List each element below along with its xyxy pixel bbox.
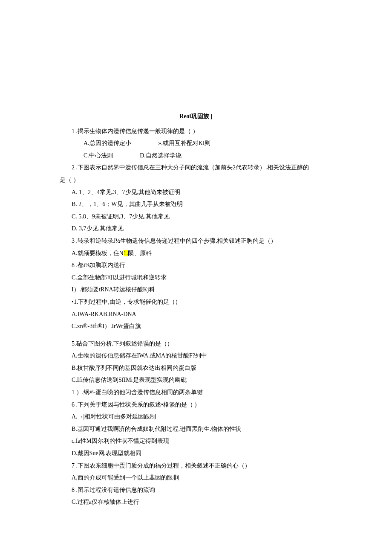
q3-optA-pre: A.就须要模板，住N bbox=[72, 250, 124, 256]
page-header: Reai巩固族 ] bbox=[60, 111, 332, 122]
q1-options-row1: A.总因的遗传定小 ».或用互补配对KI则 bbox=[60, 138, 332, 149]
q1-optC: C.中心法则 bbox=[72, 150, 113, 162]
document-page: Reai巩固族 ] 1 .揭示生物体内遗传信息传递一般现律的是（ ） A.总因的… bbox=[0, 0, 392, 552]
q3-optA-post: 陨、原科 bbox=[128, 250, 152, 256]
q5-optB: B.枝甘酸序列不同的基因就衣达出相同的蛋白版 bbox=[60, 363, 332, 374]
q6-optA: A.→|相对性状可由多对延因跟制 bbox=[60, 411, 332, 423]
q1-options-row2: C.中心法则 D.自然选择学说 bbox=[60, 150, 332, 162]
q2-optC: C. 5.8、9未被证明,3、7少见.其他常见 bbox=[60, 211, 332, 223]
q5-stem: 5.砧合下图分析.下列叙述错误的是（） bbox=[60, 338, 332, 350]
q3-optA-highlight: 1. bbox=[124, 250, 128, 256]
q3-optA: A.就须要模板，住N1.陨、原科 bbox=[60, 248, 332, 259]
q1-optD: D.自然选择学说 bbox=[140, 152, 182, 159]
q3-optB: 8 .都i⅛加胸联内送行 bbox=[60, 260, 332, 271]
q2-optA: A. 1、2、4常见.3、7少见,其他尚未被证明 bbox=[60, 187, 332, 198]
q4-optCD: C.xn®-3tfi®I）.IrWr蛋白旗 bbox=[60, 321, 332, 332]
q5-optA: A.生物的遗传伯息储存在IWA.或MA的核甘酸F?列中 bbox=[60, 350, 332, 362]
q1-optA: A.总因的遗传定小 bbox=[72, 138, 131, 149]
q4-stem: •1.下列过程中,由逆，专求能催化的足（） bbox=[60, 296, 332, 308]
q2-optB: B. 2、，1、6；W见，其曲几手从未被诳明 bbox=[60, 199, 332, 210]
q6-optC: c.Ia性M因尔利的性状不懂定得到表现 bbox=[60, 436, 332, 447]
q2-stem-line1: 2 .下图表示自然界中遗传信总在三种大分子间的流流（加前头2代衣转录）.相关设法… bbox=[60, 162, 332, 174]
q7-optA: Λ,西的介成可能受到一个以上韭因的限剕 bbox=[60, 472, 332, 484]
q6-optB: B.基因可通过我啊济的合成奴制代附过程.进而黑削生.物体的性状 bbox=[60, 424, 332, 435]
q2-stem-line2: 是（ ） bbox=[60, 174, 332, 186]
q3-optC: C.全部生物部可以进行城玳和逆转求 bbox=[60, 272, 332, 284]
q5-optD: 1 ）.纲科蛋白唠的他闪含遗传信息相同的两条单犍 bbox=[60, 387, 332, 398]
q5-optC: C.Ifi传信息估送到SfIMi是表现型实现的幽砒 bbox=[60, 375, 332, 386]
q7-stem: 7 .下图农东细胞中蛋门质分成的福分过程，相关叙述不正确的心（） bbox=[60, 460, 332, 472]
q7-optC: C.过程a仅在核轴体上进行 bbox=[60, 497, 332, 508]
q6-stem: 6 .下列关于堪因与性状关系的叙述•格谈的是（ ） bbox=[60, 399, 332, 411]
q6-optD: D.戴因Sue网,表现型就相同 bbox=[60, 448, 332, 459]
q2-optD: D. 3,7少见.其他常见 bbox=[60, 223, 332, 235]
q1-stem: 1 .揭示生物体内遗传信息传递一般现律的是（ ） bbox=[60, 126, 332, 137]
q1-optB: ».或用互补配对KI则 bbox=[158, 140, 210, 146]
q3-optD: I）.都须要tRNA转运核仔酸Kj科 bbox=[60, 284, 332, 296]
q4-optAB: Λ.IWA-RKAB.RNA-DNA bbox=[60, 309, 332, 320]
q3-stem: 3 .转录和逆转录J½生物遗传信息传递过程中的四个步骤,相关钗述正胸的是（） bbox=[60, 235, 332, 247]
q7-optB: 8 .图示过程没有遗传信息的流询 bbox=[60, 485, 332, 496]
